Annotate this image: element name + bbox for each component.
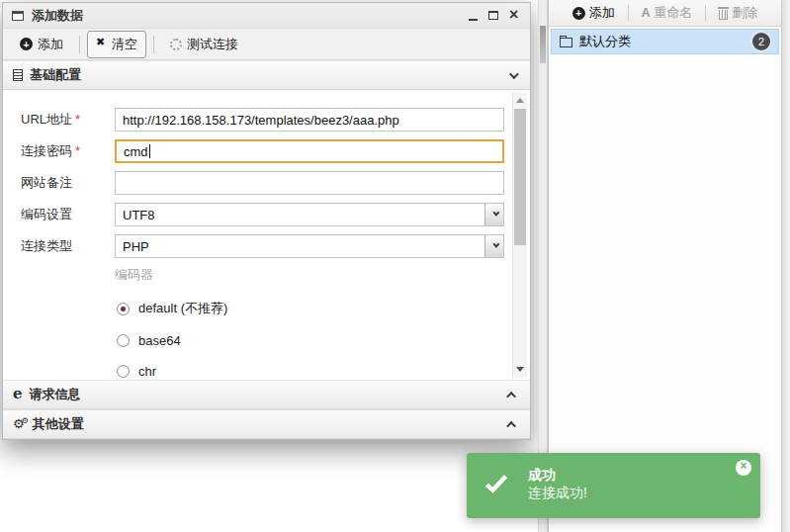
- plus-circle-icon: [572, 7, 585, 20]
- note-row: 网站备注: [21, 171, 530, 195]
- encoder-option-chr[interactable]: chr: [117, 364, 530, 379]
- encoder-option-label: base64: [138, 333, 181, 348]
- encoding-value: UTF8: [116, 208, 484, 222]
- section-basic-label: 基础配置: [30, 66, 81, 84]
- test-connection-label: 测试连接: [187, 36, 238, 53]
- encoder-option-base64[interactable]: base64: [117, 333, 530, 348]
- category-toolbar: 添加 A 重命名 删除: [549, 0, 781, 27]
- section-basic-config[interactable]: 基础配置: [3, 60, 530, 90]
- radio-checked-icon[interactable]: [117, 303, 130, 315]
- radio-icon[interactable]: [117, 334, 130, 347]
- chevron-down-icon: [492, 209, 499, 216]
- toast-title: 成功: [528, 466, 587, 484]
- loading-spinner-icon: [170, 39, 182, 50]
- maximize-icon[interactable]: [488, 11, 498, 20]
- success-toast: 成功 连接成功!: [467, 453, 760, 518]
- note-label: 网站备注: [21, 174, 115, 192]
- category-add-button[interactable]: 添加: [571, 4, 617, 22]
- gears-icon: ⚙: [13, 417, 26, 430]
- category-add-label: 添加: [589, 4, 615, 22]
- clear-button[interactable]: 清空: [87, 31, 146, 58]
- scrollbar-thumb[interactable]: [514, 109, 526, 245]
- plus-circle-icon: [20, 38, 33, 50]
- dialog-titlebar[interactable]: 添加数据: [3, 3, 530, 29]
- encoding-row: 编码设置 UTF8: [21, 203, 530, 226]
- radio-icon[interactable]: [117, 365, 130, 378]
- toast-close-icon[interactable]: [736, 460, 751, 476]
- type-value: PHP: [116, 239, 484, 254]
- password-input[interactable]: cmd: [115, 139, 504, 163]
- clear-button-label: 清空: [112, 36, 137, 53]
- page-scrollbar-thumb[interactable]: [540, 26, 546, 63]
- chevron-up-icon: [506, 391, 516, 400]
- encoding-select[interactable]: UTF8: [115, 203, 504, 226]
- scroll-up-arrow-icon[interactable]: [516, 98, 524, 103]
- encoder-group-label: 编码器: [115, 266, 530, 284]
- add-button-label: 添加: [38, 36, 63, 53]
- window-scrollbar[interactable]: [781, 0, 790, 532]
- form-scrollbar[interactable]: [512, 92, 527, 378]
- toolbar-separator: [628, 5, 629, 21]
- add-button[interactable]: 添加: [11, 31, 72, 58]
- category-item-default[interactable]: 默认分类 2: [551, 29, 779, 54]
- clear-x-icon: [96, 39, 107, 49]
- password-label: 连接密码*: [21, 142, 115, 160]
- trash-icon: [719, 10, 728, 20]
- url-label: URL地址*: [21, 111, 115, 129]
- encoding-dropdown-button[interactable]: [484, 204, 503, 225]
- url-input[interactable]: http://192.168.158.173/templates/beez3/a…: [115, 108, 504, 132]
- section-request-label: 请求信息: [30, 386, 81, 403]
- type-select[interactable]: PHP: [115, 234, 504, 258]
- toast-message: 连接成功!: [528, 484, 587, 502]
- category-rename-button[interactable]: A 重命名: [640, 4, 695, 22]
- request-icon: e: [13, 387, 23, 401]
- chevron-up-icon: [506, 420, 516, 430]
- type-label: 连接类型: [21, 237, 115, 255]
- note-input[interactable]: [115, 171, 504, 195]
- basic-config-form: URL地址* http://192.168.158.173/templates/…: [3, 90, 530, 380]
- category-rename-label: 重命名: [654, 4, 692, 22]
- type-row: 连接类型 PHP: [21, 234, 530, 258]
- encoding-label: 编码设置: [21, 206, 115, 223]
- dialog-toolbar: 添加 清空 测试连接: [3, 29, 530, 60]
- count-badge: 2: [752, 33, 770, 50]
- encoder-option-default[interactable]: default (不推荐): [117, 300, 530, 317]
- category-item-label: 默认分类: [579, 33, 631, 50]
- category-delete-button[interactable]: 删除: [717, 4, 759, 22]
- chevron-down-icon: [492, 240, 499, 247]
- test-connection-button[interactable]: 测试连接: [161, 31, 247, 58]
- url-row: URL地址* http://192.168.158.173/templates/…: [21, 108, 530, 132]
- toolbar-separator: [705, 5, 706, 21]
- encoder-option-label: default (不推荐): [138, 300, 227, 317]
- toolbar-separator: [79, 36, 80, 53]
- encoder-option-label: chr: [138, 364, 156, 379]
- add-data-dialog: 添加数据 添加 清空 测试连接 基础配置 URL地址*: [2, 2, 531, 440]
- required-marker: *: [75, 112, 80, 127]
- close-icon[interactable]: [509, 10, 521, 22]
- type-dropdown-button[interactable]: [484, 235, 503, 257]
- minimize-icon[interactable]: [469, 19, 478, 21]
- window-icon: [12, 11, 24, 21]
- section-other-label: 其他设置: [33, 415, 84, 433]
- checkmark-icon: [484, 471, 507, 494]
- chevron-down-icon: [509, 69, 519, 79]
- text-caret: [149, 144, 150, 158]
- folder-icon: [560, 38, 572, 47]
- password-value: cmd: [124, 144, 148, 159]
- section-other-settings[interactable]: ⚙ 其他设置: [3, 409, 530, 439]
- url-value: http://192.168.158.173/templates/beez3/a…: [123, 113, 399, 128]
- required-marker: *: [75, 143, 80, 158]
- section-request-info[interactable]: e 请求信息: [3, 380, 530, 409]
- rename-a-icon: A: [642, 6, 651, 20]
- password-row: 连接密码* cmd: [21, 139, 530, 163]
- document-icon: [13, 69, 23, 81]
- dialog-title: 添加数据: [32, 7, 83, 25]
- scroll-down-arrow-icon[interactable]: [516, 367, 524, 372]
- category-delete-label: 删除: [732, 4, 757, 22]
- toolbar-separator: [153, 36, 154, 53]
